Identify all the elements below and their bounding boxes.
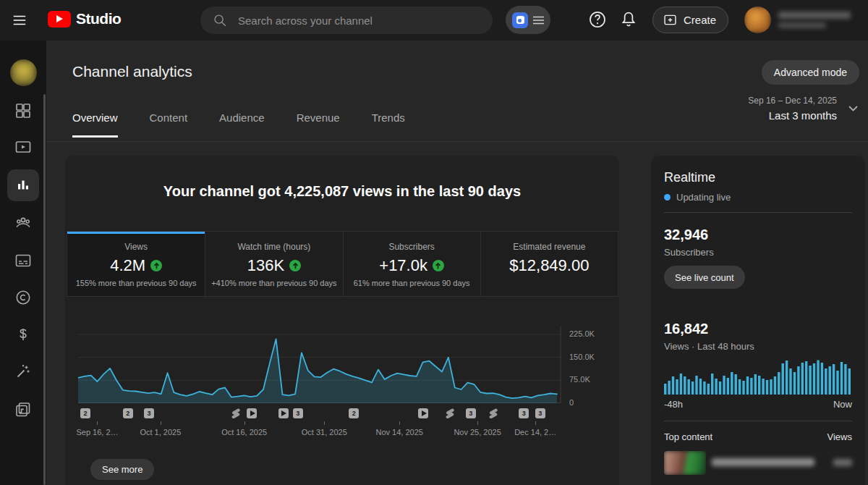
metric-label: Watch time (hours) <box>205 242 342 252</box>
metric-value: 4.2M <box>67 256 205 275</box>
metric-cards-row: Views4.2M155% more than previous 90 days… <box>67 231 618 297</box>
x-tick <box>399 421 400 425</box>
copyright-icon <box>14 289 32 306</box>
upload-count-marker[interactable]: 3 <box>293 408 303 418</box>
upload-count-marker[interactable]: 2 <box>349 408 359 418</box>
account-name-redacted <box>778 12 851 19</box>
y-tick-label: 150.0K <box>569 353 595 361</box>
browser-extension-widget[interactable] <box>506 6 550 34</box>
account-handle-redacted <box>778 22 826 28</box>
x-tick-label: Oct 1, 2025 <box>140 428 181 436</box>
help-icon[interactable] <box>587 9 608 30</box>
studio-wordmark: Studio <box>76 10 121 28</box>
metric-value: 136K <box>205 256 342 275</box>
sidebar-channel-avatar[interactable] <box>10 59 37 86</box>
audio-library-icon <box>14 401 32 418</box>
x-tick-label: Dec 14, 2… <box>514 428 556 436</box>
sidebar-item-copyright[interactable] <box>14 289 32 306</box>
sidebar-item-community[interactable] <box>14 214 32 232</box>
tab-audience[interactable]: Audience <box>219 111 265 135</box>
realtime-card: Realtime Updating live 32,946 Subscriber… <box>651 156 865 485</box>
account-avatar[interactable] <box>744 7 771 33</box>
sidebar-item-subtitles[interactable] <box>14 252 32 269</box>
tabs-divider <box>46 141 868 142</box>
overview-analytics-card: Your channel got 4,225,087 views in the … <box>65 156 619 485</box>
video-marker-icon[interactable] <box>278 408 289 418</box>
metric-card-estimated-revenue[interactable]: Estimated revenue$12,849.00 <box>480 232 618 296</box>
video-title-redacted <box>712 458 814 466</box>
sidebar-item-earn[interactable] <box>14 326 32 343</box>
shorts-marker-icon[interactable] <box>231 408 241 418</box>
divider <box>664 421 852 421</box>
views-column-label: Views <box>827 431 852 442</box>
divider <box>664 212 852 213</box>
x-tick-label: Nov 25, 2025 <box>454 428 501 436</box>
realtime-status-text: Updating live <box>676 192 731 203</box>
notifications-bell-icon[interactable] <box>618 9 639 30</box>
search-bar[interactable] <box>200 7 493 34</box>
live-dot-icon <box>664 194 671 201</box>
x-tick <box>161 421 161 425</box>
tab-revenue[interactable]: Revenue <box>297 111 340 135</box>
video-views-redacted <box>833 459 852 466</box>
upload-count-marker[interactable]: 3 <box>535 408 545 418</box>
analytics-tabs: OverviewContentAudienceRevenueTrends <box>72 111 405 142</box>
metric-card-watch-time-hours[interactable]: Watch time (hours)136K+410% more than pr… <box>205 232 342 296</box>
date-range-selector[interactable]: Sep 16 – Dec 14, 2025 Last 3 months <box>748 96 858 122</box>
studio-sidebar <box>0 41 46 485</box>
realtime-subscribers-label: Subscribers <box>664 247 714 258</box>
y-tick-label: 225.0K <box>569 329 595 338</box>
advanced-mode-button[interactable]: Advanced mode <box>762 60 859 85</box>
shorts-marker-icon[interactable] <box>445 408 455 418</box>
see-live-count-button[interactable]: See live count <box>664 266 745 289</box>
see-more-button[interactable]: See more <box>90 459 154 480</box>
analytics-icon <box>14 177 32 194</box>
extension-icon <box>512 12 528 28</box>
sidebar-scrollbar[interactable] <box>43 94 46 485</box>
upload-markers-row: 22332333 <box>78 408 561 420</box>
top-content-row[interactable] <box>664 450 852 476</box>
create-button[interactable]: Create <box>652 7 728 33</box>
date-range-text: Sep 16 – Dec 14, 2025 <box>748 96 837 106</box>
realtime-views-value: 16,842 <box>664 321 708 337</box>
upload-count-marker[interactable]: 3 <box>144 408 154 418</box>
x-tick <box>535 421 536 425</box>
create-video-icon <box>663 12 678 28</box>
y-tick-label: 75.0K <box>569 375 590 384</box>
trend-up-icon <box>433 260 444 271</box>
x-axis-ticks <box>78 421 561 425</box>
sidebar-item-audio-library[interactable] <box>14 401 32 418</box>
sidebar-item-analytics[interactable] <box>7 169 39 201</box>
upload-count-marker[interactable]: 3 <box>519 408 529 418</box>
menu-hamburger-icon[interactable] <box>12 12 27 28</box>
top-content-header: Top content Views <box>664 431 852 442</box>
sidebar-item-dashboard[interactable] <box>14 102 32 119</box>
video-marker-icon[interactable] <box>247 408 257 418</box>
upload-count-marker[interactable]: 3 <box>466 408 476 418</box>
tab-content[interactable]: Content <box>150 111 188 135</box>
top-content-label: Top content <box>664 431 712 442</box>
sidebar-item-content[interactable] <box>14 138 32 156</box>
realtime-status: Updating live <box>664 192 731 203</box>
realtime-bars-chart <box>664 357 852 395</box>
upload-count-marker[interactable]: 2 <box>123 408 133 418</box>
extension-menu-icon <box>533 16 544 25</box>
metric-card-views[interactable]: Views4.2M155% more than previous 90 days <box>67 232 205 296</box>
video-marker-icon[interactable] <box>418 408 428 418</box>
x-tick-label: Oct 16, 2025 <box>221 428 267 436</box>
axis-right-label: Now <box>833 399 852 410</box>
tab-overview[interactable]: Overview <box>72 111 118 138</box>
dollar-icon <box>14 326 32 343</box>
y-tick-label: 0 <box>569 398 574 407</box>
chevron-down-icon <box>848 106 858 111</box>
upload-count-marker[interactable]: 2 <box>80 408 90 418</box>
sidebar-item-customization[interactable] <box>14 363 32 380</box>
trend-up-icon <box>150 260 162 271</box>
tab-trends[interactable]: Trends <box>372 111 405 135</box>
metric-card-subscribers[interactable]: Subscribers+17.0k61% more than previous … <box>343 232 480 296</box>
youtube-studio-logo[interactable]: Studio <box>48 10 121 28</box>
views-line-chart <box>78 308 561 403</box>
magic-wand-icon <box>14 363 32 380</box>
search-input[interactable] <box>237 14 478 28</box>
shorts-marker-icon[interactable] <box>488 408 498 418</box>
